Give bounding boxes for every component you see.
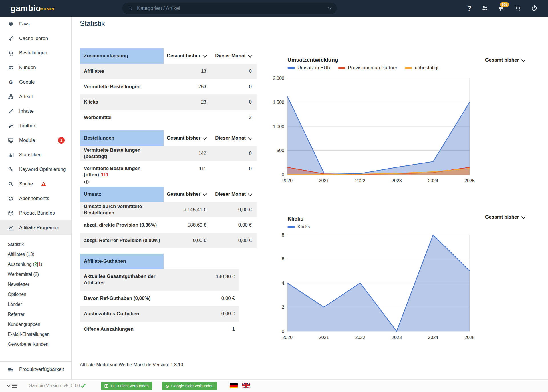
sidebar-item-suche[interactable]: Suche xyxy=(0,177,71,191)
table-row: abzgl. direkte Provision (9,36%) 588,69 … xyxy=(80,217,257,233)
table-title: Affiliate-Guthaben xyxy=(80,254,164,269)
row-month: 0,00 € xyxy=(206,238,257,243)
svg-text:2024: 2024 xyxy=(428,178,438,183)
revenue-sort-total[interactable]: Gesamt bisher xyxy=(164,191,206,197)
page-title: Statistik xyxy=(80,19,105,28)
submenu-item-werbemittel[interactable]: Werbemittel (2) xyxy=(0,269,71,279)
submenu-item-laender[interactable]: Länder xyxy=(0,299,71,309)
sidebar-item-affiliate-programm[interactable]: Affiliate-Programm xyxy=(0,220,71,235)
submenu-item-affiliates[interactable]: Affiliates (13) xyxy=(0,249,71,259)
sidebar: Favs Cache leeren Bestellungen Kunden G … xyxy=(0,17,72,379)
submenu-item-newsletter[interactable]: Newsletter xyxy=(0,279,71,289)
language-flag-english[interactable] xyxy=(242,383,250,388)
sitemap-icon xyxy=(8,94,14,100)
cart-icon[interactable] xyxy=(514,5,521,12)
orders-sort-month[interactable]: Dieser Monat xyxy=(206,135,257,141)
umsatz-range-selector[interactable]: Gesamt bisher xyxy=(485,57,525,63)
legend-item: Klicks xyxy=(287,224,310,230)
revenue-sort-month[interactable]: Dieser Monat xyxy=(206,191,257,197)
svg-text:1.500: 1.500 xyxy=(273,100,284,105)
statusbar-menu-icon[interactable] xyxy=(12,383,17,388)
sidebar-item-kunden[interactable]: Kunden xyxy=(0,60,71,75)
language-flag-german[interactable] xyxy=(230,383,238,388)
notifications-megaphone-icon[interactable]: 305 xyxy=(498,5,505,12)
sidebar-item-statistiken[interactable]: Statistiken xyxy=(0,147,71,162)
sidebar-item-label: Artikel xyxy=(19,94,33,100)
search-dropdown-chevron-icon[interactable] xyxy=(328,6,332,10)
row-label: Affiliates xyxy=(80,68,164,74)
help-icon[interactable]: ? xyxy=(467,4,472,13)
klicks-range-selector[interactable]: Gesamt bisher xyxy=(485,214,525,220)
sidebar-item-google[interactable]: G Google xyxy=(0,75,71,89)
summary-sort-total[interactable]: Gesamt bisher xyxy=(164,53,206,59)
row-total: 588,69 € xyxy=(164,222,206,228)
row-label: Werbemittel xyxy=(80,114,164,121)
table-title: Zusammenfassung xyxy=(80,48,164,64)
legend-label: Klicks xyxy=(297,224,310,230)
submenu-item-kundengruppen[interactable]: Kundengruppen xyxy=(0,319,71,329)
sidebar-item-cache-leeren[interactable]: Cache leeren xyxy=(0,31,71,46)
row-label: Klicks xyxy=(80,99,164,105)
sidebar-item-artikel[interactable]: Artikel xyxy=(0,89,71,104)
key-icon xyxy=(8,166,14,173)
google-not-connected-button[interactable]: G Google nicht verbunden xyxy=(162,382,217,390)
svg-text:0: 0 xyxy=(282,172,284,177)
sidebar-item-inhalte[interactable]: Inhalte xyxy=(0,104,71,118)
sidebar-item-keyword-optimierung[interactable]: Keyword Optimierung xyxy=(0,162,71,177)
legend-label: Provisionen an Partner xyxy=(348,65,397,71)
logout-power-icon[interactable] xyxy=(531,5,538,12)
klicks-chart: 02468202020212022202320242025 xyxy=(263,230,480,347)
submenu-item-email-einstellungen[interactable]: E-Mail-Einstellungen xyxy=(0,329,71,339)
submenu-item-statistik[interactable]: Statistik xyxy=(0,239,71,249)
legend-item: Provisionen an Partner xyxy=(338,65,397,71)
sidebar-item-label: Kunden xyxy=(19,65,36,70)
sidebar-item-module[interactable]: Module 1 xyxy=(0,133,71,147)
auszahlung-suffix: ) xyxy=(41,262,42,267)
global-search[interactable] xyxy=(122,3,337,14)
sidebar-item-label: Statistiken xyxy=(19,152,41,158)
sidebar-item-label: Google xyxy=(19,79,35,85)
row-total: 6.145,41 € xyxy=(164,207,206,213)
statusbar-collapse-chevron-icon[interactable] xyxy=(7,383,11,387)
submenu-item-auszahlung[interactable]: Auszahlung (2|1) xyxy=(0,259,71,269)
row-value: 140,30 € xyxy=(164,273,239,280)
row-label: Umsatz durch vermittelte Bestellungen xyxy=(80,203,164,216)
submenu-item-optionen[interactable]: Optionen xyxy=(0,289,71,299)
sidebar-item-bestellungen[interactable]: Bestellungen xyxy=(0,46,71,60)
gambio-logo[interactable]: gambio xyxy=(11,4,41,13)
sidebar-item-label: Inhalte xyxy=(19,108,34,114)
sidebar-item-abonnements[interactable]: Abonnements xyxy=(0,191,71,206)
submenu-item-referrer[interactable]: Referrer xyxy=(0,309,71,319)
table-row: Klicks 23 0 xyxy=(80,94,257,110)
sidebar-item-toolbox[interactable]: Toolbox xyxy=(0,118,71,133)
sidebar-item-favs[interactable]: Favs xyxy=(0,17,71,31)
sidebar-item-label: Abonnements xyxy=(19,196,49,201)
column-header-label: Gesamt bisher xyxy=(167,191,200,197)
row-month: 0 xyxy=(206,99,257,105)
sidebar-item-product-bundles[interactable]: Product Bundles xyxy=(0,206,71,220)
chevron-down-icon xyxy=(248,53,253,58)
wrench-icon xyxy=(8,123,14,129)
sidebar-item-produktverfuegbarkeit[interactable]: Produktverfügbarkeit xyxy=(0,361,71,377)
hub-not-connected-button[interactable]: HUB nicht verbunden xyxy=(101,382,152,390)
table-title: Umsatz xyxy=(80,187,164,202)
svg-text:8: 8 xyxy=(282,233,284,237)
svg-text:500: 500 xyxy=(277,148,284,153)
submenu-label: Werbemittel (2) xyxy=(8,272,39,277)
submenu-item-geworbene-kunden[interactable]: Geworbene Kunden xyxy=(0,339,71,349)
umsatz-chart-legend: Umsatz in EUR Provisionen an Partner unb… xyxy=(287,65,438,71)
global-search-input[interactable] xyxy=(136,5,326,12)
row-total: 111 xyxy=(164,165,206,172)
row-value: 1 xyxy=(164,326,239,332)
submenu-label: Optionen xyxy=(8,292,26,297)
row-label: Davon Ref-Guthaben (0,00%) xyxy=(80,295,159,302)
orders-sort-total[interactable]: Gesamt bisher xyxy=(164,135,206,141)
table-row: Vermittelte Bestellungen 253 0 xyxy=(80,79,257,94)
users-icon[interactable] xyxy=(481,5,488,12)
summary-sort-month[interactable]: Dieser Monat xyxy=(206,53,257,59)
eye-icon[interactable] xyxy=(84,180,164,184)
sidebar-item-label: Bestellungen xyxy=(19,50,47,56)
row-month: 0 xyxy=(206,84,257,90)
gambio-version-label: Gambio Version: v5.0.0.0 xyxy=(29,383,80,388)
submenu-label: Referrer xyxy=(8,312,25,317)
